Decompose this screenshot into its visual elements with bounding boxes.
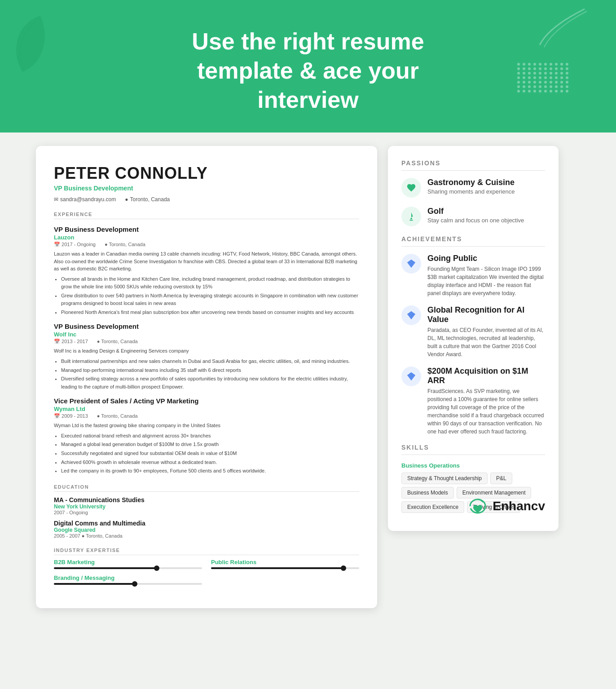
skill-tag-1: Strategy & Thought Leadership [401, 473, 488, 484]
bullet: Pioneered North America's first meal pla… [61, 309, 359, 317]
achievements-section-title: ACHIEVEMENTS [401, 235, 545, 247]
job-2-period: 📅 2013 - 2017 [54, 339, 88, 344]
achievement-3-title: $200M Acquisition on $1M ARR [427, 367, 545, 385]
experience-section-label: EXPERIENCE [54, 212, 359, 219]
achievement-2-icon-wrap [401, 305, 421, 325]
job-2-title: VP Business Development [54, 322, 359, 330]
skills-row-1: B2B Marketing Public Relations [54, 559, 359, 569]
edu-1-meta: 2007 - Ongoing [54, 510, 359, 515]
diamond-icon-1 [406, 259, 416, 269]
job-1-period: 📅 2017 - Ongoing [54, 242, 96, 247]
passion-2-desc: Stay calm and focus on one objective [427, 217, 524, 224]
edu-2-degree: Digital Comms and Multimedia [54, 520, 359, 527]
skills-row-2: Branding / Messaging [54, 574, 359, 585]
skill-branding-bar [54, 583, 202, 585]
skills-category: Business Operations [401, 462, 545, 469]
achievement-3-content: $200M Acquisition on $1M ARR FraudScienc… [427, 367, 545, 436]
skill-b2b-name: B2B Marketing [54, 559, 202, 565]
bullet: Led the company in its growth to 90+ emp… [61, 467, 359, 475]
cards-container: PETER CONNOLLY VP Business Development ✉… [0, 132, 616, 622]
achievement-3-desc: FraudSciences. As SVP marketing, we posi… [427, 387, 545, 436]
bullet: Successfully negotiated and signed four … [61, 450, 359, 458]
job-3: Vice President of Sales / Acting VP Mark… [54, 397, 359, 475]
job-3-bullets: Executed national brand refresh and alig… [54, 432, 359, 475]
achievement-2: Global Recognition for AI Value Paradata… [401, 305, 545, 358]
logo-area: Enhancv [466, 495, 545, 517]
hero-section: Use the right resume template & ace your… [0, 0, 616, 132]
skill-b2b-fill [54, 567, 158, 569]
skill-pr-fill [211, 567, 344, 569]
passion-1-content: Gastronomy & Cuisine Sharing moments and… [427, 178, 515, 195]
email-icon: ✉ [54, 196, 58, 203]
bullet: Built international partnerships and new… [61, 358, 359, 366]
enhancv-logo-icon [466, 495, 489, 517]
job-2-desc: Wolf Inc is a leading Design & Engineeri… [54, 347, 359, 355]
edu-2-meta: 2005 - 2007 ● Toronto, Canada [54, 533, 359, 539]
diamond-icon-2 [406, 310, 416, 320]
passions-section-title: PASSIONS [401, 159, 545, 171]
edu-1: MA - Communications Studies New York Uni… [54, 496, 359, 515]
skill-b2b-bar [54, 567, 202, 569]
job-3-company: Wyman Ltd [54, 406, 359, 412]
deco-dots-right [517, 63, 607, 117]
bullet: Diversified selling strategy across a ne… [61, 375, 359, 391]
job-3-meta: 📅 2009 - 2013 ● Toronto, Canada [54, 413, 359, 419]
deco-top-right [535, 4, 589, 49]
job-2-company: Wolf Inc [54, 331, 359, 338]
bullet: Managed a global lead generation budget … [61, 441, 359, 449]
contact-email: ✉ sandra@sandrayu.com [54, 196, 116, 203]
bullet: Grew distribution to over 540 partners i… [61, 292, 359, 308]
job-1-desc: Lauzon was a leader in Canadian media ow… [54, 250, 359, 273]
bullet: Oversee all brands in the Home and Kitch… [61, 275, 359, 291]
skill-branding-name: Branding / Messaging [54, 574, 202, 581]
contact-location: ● Toronto, Canada [125, 196, 170, 203]
deco-leaf-left [13, 13, 58, 76]
industry-section-label: INDUSTRY EXPERTISE [54, 548, 359, 555]
skill-branding-fill [54, 583, 136, 585]
job-1-meta: 📅 2017 - Ongoing ● Toronto, Canada [54, 242, 359, 247]
skills-section-title: SKILLS [401, 444, 545, 455]
passion-1-desc: Sharing moments and experience [427, 188, 515, 195]
skill-pr-name: Public Relations [211, 559, 359, 565]
skill-tag-5: Execution Excellence [401, 501, 464, 513]
svg-point-0 [410, 218, 412, 220]
passion-1: Gastronomy & Cuisine Sharing moments and… [401, 178, 545, 198]
edu-2: Digital Comms and Multimedia Google Squa… [54, 520, 359, 539]
job-3-location: ● Toronto, Canada [97, 413, 138, 419]
passion-2: Golf Stay calm and focus on one objectiv… [401, 207, 545, 226]
golf-icon [406, 212, 416, 221]
resume-job-title: VP Business Development [54, 185, 359, 192]
svg-rect-1 [409, 220, 413, 221]
job-2-meta: 📅 2013 - 2017 ● Toronto, Canada [54, 339, 359, 344]
bullet: Managed top-performing international tea… [61, 367, 359, 375]
skill-tag-2: P&L [490, 473, 512, 484]
achievement-1-content: Going Public Founding Mgmt Team - Silico… [427, 254, 545, 297]
passion-1-icon-wrap [401, 178, 421, 198]
edu-1-degree: MA - Communications Studies [54, 496, 359, 504]
job-2-bullets: Built international partnerships and new… [54, 358, 359, 391]
resume-card: PETER CONNOLLY VP Business Development ✉… [36, 146, 377, 608]
bullet: Executed national brand refresh and alig… [61, 432, 359, 440]
passion-1-title: Gastronomy & Cuisine [427, 178, 515, 187]
hero-title: Use the right resume template & ace your… [151, 27, 465, 115]
job-2: VP Business Development Wolf Inc 📅 2013 … [54, 322, 359, 391]
job-3-title: Vice President of Sales / Acting VP Mark… [54, 397, 359, 405]
achievement-1-title: Going Public [427, 254, 545, 263]
bullet: Achieved 600% growth in wholesale revenu… [61, 459, 359, 467]
skill-branding: Branding / Messaging [54, 574, 202, 585]
achievement-3-icon-wrap [401, 367, 421, 386]
passion-2-title: Golf [427, 207, 524, 216]
achievement-1-icon-wrap [401, 254, 421, 274]
job-2-location: ● Toronto, Canada [97, 339, 138, 344]
skill-pr-bar [211, 567, 359, 569]
job-1-title: VP Business Development [54, 225, 359, 233]
job-1-bullets: Oversee all brands in the Home and Kitch… [54, 275, 359, 317]
main-section: PETER CONNOLLY VP Business Development ✉… [0, 132, 616, 689]
resume-name: PETER CONNOLLY [54, 164, 359, 183]
achievement-1: Going Public Founding Mgmt Team - Silico… [401, 254, 545, 297]
job-3-period: 📅 2009 - 2013 [54, 413, 88, 419]
achievement-2-desc: Paradata, as CEO Founder, invented all o… [427, 326, 545, 358]
achievement-2-title: Global Recognition for AI Value [427, 305, 545, 324]
achievement-2-content: Global Recognition for AI Value Paradata… [427, 305, 545, 358]
skill-pr: Public Relations [211, 559, 359, 569]
